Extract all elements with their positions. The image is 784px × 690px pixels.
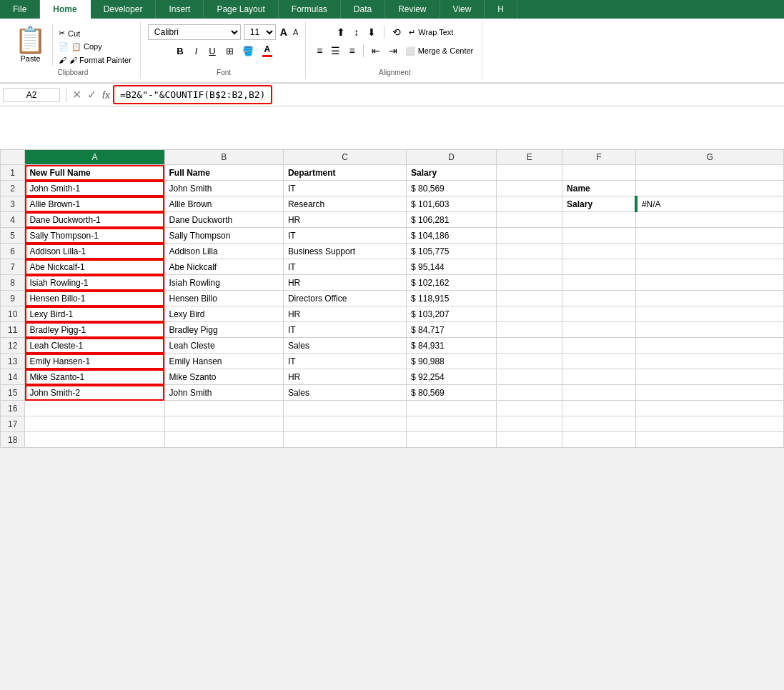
cell-c3[interactable]: Research xyxy=(283,196,406,212)
cell-f14[interactable] xyxy=(562,369,636,385)
grow-font-icon[interactable]: A xyxy=(279,25,289,39)
font-color-button[interactable]: A xyxy=(259,43,275,59)
cancel-formula-icon[interactable]: ✕ xyxy=(72,88,81,101)
cell-f15[interactable] xyxy=(562,385,636,401)
cell-b16[interactable] xyxy=(164,401,283,416)
cell-d3[interactable]: $ 101,603 xyxy=(407,196,497,212)
tab-data[interactable]: Data xyxy=(341,0,385,19)
cell-b10[interactable]: Lexy Bird xyxy=(164,306,283,322)
cell-e9[interactable] xyxy=(497,291,562,306)
cell-b18[interactable] xyxy=(164,432,283,448)
align-middle-icon[interactable]: ↕ xyxy=(350,24,362,40)
shrink-font-icon[interactable]: A xyxy=(292,26,299,38)
cell-c9[interactable]: Directors Office xyxy=(283,291,406,306)
cell-c2[interactable]: IT xyxy=(283,181,406,196)
cell-c18[interactable] xyxy=(283,432,406,448)
cell-f8[interactable] xyxy=(562,275,636,291)
cell-a13[interactable]: Emily Hansen-1 xyxy=(25,354,164,369)
cell-g11[interactable] xyxy=(636,322,784,338)
cell-d12[interactable]: $ 84,931 xyxy=(407,338,497,354)
tab-insert[interactable]: Insert xyxy=(156,0,204,19)
cell-f7[interactable] xyxy=(562,259,636,275)
cell-g14[interactable] xyxy=(636,369,784,385)
cell-f11[interactable] xyxy=(562,322,636,338)
cell-e11[interactable] xyxy=(497,322,562,338)
cell-f9[interactable] xyxy=(562,291,636,306)
cell-d15[interactable]: $ 80,569 xyxy=(407,385,497,401)
cell-c14[interactable]: HR xyxy=(283,369,406,385)
tab-developer[interactable]: Developer xyxy=(91,0,157,19)
cell-b12[interactable]: Leah Cleste xyxy=(164,338,283,354)
cell-c4[interactable]: HR xyxy=(283,212,406,228)
cell-a16[interactable] xyxy=(25,401,164,416)
cell-a1[interactable]: New Full Name xyxy=(25,165,164,181)
cell-c15[interactable]: Sales xyxy=(283,385,406,401)
cell-b5[interactable]: Sally Thompson xyxy=(164,228,283,244)
cell-a8[interactable]: Isiah Rowling-1 xyxy=(25,275,164,291)
cell-g16[interactable] xyxy=(636,401,784,416)
cell-e6[interactable] xyxy=(497,244,562,259)
cell-f6[interactable] xyxy=(562,244,636,259)
align-right-icon[interactable]: ≡ xyxy=(345,43,358,59)
cell-g2[interactable] xyxy=(636,181,784,196)
cell-g15[interactable] xyxy=(636,385,784,401)
copy-button[interactable]: 📄 📋 Copy xyxy=(56,41,134,53)
cell-b2[interactable]: John Smith xyxy=(164,181,283,196)
tab-home[interactable]: Home xyxy=(40,0,90,19)
align-left-icon[interactable]: ≡ xyxy=(313,43,326,59)
cell-e10[interactable] xyxy=(497,306,562,322)
paste-button[interactable]: 📋 Paste xyxy=(9,24,53,66)
cell-e3[interactable] xyxy=(497,196,562,212)
wrap-text-button[interactable]: ↵ Wrap Text xyxy=(406,26,456,39)
cell-b4[interactable]: Dane Duckworth xyxy=(164,212,283,228)
col-header-g[interactable]: G xyxy=(636,150,784,165)
cell-d2[interactable]: $ 80,569 xyxy=(407,181,497,196)
cell-b17[interactable] xyxy=(164,416,283,432)
underline-button[interactable]: U xyxy=(204,44,219,59)
tab-more[interactable]: H xyxy=(485,0,517,19)
increase-indent-icon[interactable]: ⇥ xyxy=(385,43,401,59)
cell-b3[interactable]: Allie Brown xyxy=(164,196,283,212)
font-size-select[interactable]: 11 xyxy=(244,24,276,40)
tab-review[interactable]: Review xyxy=(385,0,440,19)
cell-b7[interactable]: Abe Nickcalf xyxy=(164,259,283,275)
cell-d1[interactable]: Salary xyxy=(407,165,497,181)
italic-button[interactable]: I xyxy=(191,44,202,59)
merge-center-button[interactable]: ⬜ Merge & Center xyxy=(402,45,477,57)
cell-e5[interactable] xyxy=(497,228,562,244)
col-header-b[interactable]: B xyxy=(164,150,283,165)
cell-c13[interactable]: IT xyxy=(283,354,406,369)
cell-g9[interactable] xyxy=(636,291,784,306)
cell-a12[interactable]: Leah Cleste-1 xyxy=(25,338,164,354)
border-icon[interactable]: ⊞ xyxy=(223,44,237,58)
insert-function-icon[interactable]: fx xyxy=(102,89,110,101)
cell-d7[interactable]: $ 95,144 xyxy=(407,259,497,275)
cell-f3[interactable]: Salary xyxy=(562,196,636,212)
cell-a5[interactable]: Sally Thompson-1 xyxy=(25,228,164,244)
bold-button[interactable]: B xyxy=(172,44,187,59)
cell-f12[interactable] xyxy=(562,338,636,354)
cell-e18[interactable] xyxy=(497,432,562,448)
cell-b8[interactable]: Isiah Rowling xyxy=(164,275,283,291)
cell-a3[interactable]: Allie Brown-1 xyxy=(25,196,164,212)
align-top-icon[interactable]: ⬆ xyxy=(333,24,349,40)
cell-a15[interactable]: John Smith-2 xyxy=(25,385,164,401)
cell-e16[interactable] xyxy=(497,401,562,416)
cell-e14[interactable] xyxy=(497,369,562,385)
cell-b9[interactable]: Hensen Billo xyxy=(164,291,283,306)
cell-g5[interactable] xyxy=(636,228,784,244)
col-header-f[interactable]: F xyxy=(562,150,636,165)
tab-formulas[interactable]: Formulas xyxy=(279,0,341,19)
cell-a9[interactable]: Hensen Billo-1 xyxy=(25,291,164,306)
cell-a4[interactable]: Dane Duckworth-1 xyxy=(25,212,164,228)
cell-d10[interactable]: $ 103,207 xyxy=(407,306,497,322)
cell-c7[interactable]: IT xyxy=(283,259,406,275)
col-header-d[interactable]: D xyxy=(407,150,497,165)
cell-e7[interactable] xyxy=(497,259,562,275)
cell-b11[interactable]: Bradley Pigg xyxy=(164,322,283,338)
cell-d16[interactable] xyxy=(407,401,497,416)
cell-c5[interactable]: IT xyxy=(283,228,406,244)
cell-b14[interactable]: Mike Szanto xyxy=(164,369,283,385)
cell-c6[interactable]: Business Support xyxy=(283,244,406,259)
cell-e17[interactable] xyxy=(497,416,562,432)
